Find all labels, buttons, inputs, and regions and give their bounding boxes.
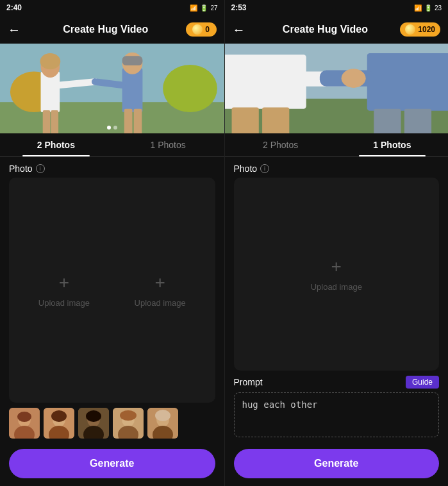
svg-point-35	[155, 410, 170, 421]
preview-scene-right	[225, 44, 449, 133]
page-title-right: Create Hug Video	[251, 24, 401, 35]
page-title-left: Create Hug Video	[26, 24, 186, 35]
status-time-right: 2:53	[231, 3, 247, 12]
face-thumb-4	[113, 408, 144, 439]
coin-icon-right	[405, 24, 415, 35]
upload-area-left: + Upload image + Upload image	[9, 178, 215, 403]
back-button-left[interactable]: ←	[8, 22, 21, 37]
face-thumb-3	[78, 408, 109, 439]
battery-icon-right: 🔋	[424, 4, 432, 12]
face-thumb-5	[147, 408, 178, 439]
upload-text-right: Upload image	[311, 282, 362, 292]
upload-slot-2[interactable]: + Upload image	[115, 190, 205, 390]
upload-plus-icon-2: +	[150, 272, 170, 293]
photo-label-right: Photo i	[225, 157, 449, 178]
face-thumb-2	[44, 408, 74, 439]
upload-text-2: Upload image	[135, 298, 186, 308]
signal-icon: 📶	[190, 4, 197, 12]
left-panel: 2:40 📶 🔋 27 ← Create Hug Video 0	[0, 0, 224, 486]
info-icon-right[interactable]: i	[260, 164, 269, 173]
signal-icon-right: 📶	[414, 4, 422, 12]
status-icons-right: 📶 🔋 23	[414, 4, 442, 12]
prompt-input[interactable]: hug each other	[234, 392, 440, 437]
svg-line-7	[60, 81, 95, 85]
svg-rect-44	[262, 108, 289, 133]
svg-line-11	[95, 81, 122, 85]
photo-label-left: Photo i	[0, 157, 224, 178]
coin-count-right: 1020	[418, 25, 435, 34]
battery-level: 27	[210, 4, 217, 12]
svg-rect-12	[124, 109, 133, 133]
svg-rect-15	[51, 110, 58, 133]
face-thumb-1	[9, 408, 40, 439]
prompt-label: Prompt	[234, 377, 263, 387]
tab-1photo-left[interactable]: 1 Photos	[112, 133, 224, 156]
dot-2	[113, 126, 117, 130]
tabs-right: 2 Photos 1 Photos	[225, 133, 449, 157]
svg-rect-46	[404, 109, 431, 133]
preview-image-left	[0, 44, 224, 133]
upload-slot-1[interactable]: + Upload image	[19, 190, 109, 390]
dots-indicator-left	[107, 126, 117, 130]
tab-2photos-left[interactable]: 2 Photos	[0, 133, 112, 156]
svg-point-31	[120, 410, 137, 421]
svg-point-42	[341, 69, 365, 88]
upload-plus-icon-right: +	[326, 256, 347, 277]
upload-plus-icon-1: +	[54, 272, 74, 293]
svg-point-27	[86, 410, 101, 422]
svg-point-6	[40, 53, 60, 69]
coin-badge-left: 0	[186, 22, 217, 37]
svg-rect-38	[225, 54, 306, 108]
header-left: ← Create Hug Video 0	[0, 15, 224, 44]
svg-point-3	[163, 65, 217, 112]
thumbnails-row-left	[0, 403, 224, 444]
svg-rect-45	[374, 109, 401, 133]
prompt-section: Prompt Guide hug each other	[225, 371, 449, 444]
thumbnail-3[interactable]	[78, 408, 109, 439]
status-time-left: 2:40	[6, 3, 22, 12]
svg-point-19	[17, 412, 31, 422]
svg-rect-10	[122, 56, 143, 65]
coin-badge-right: 1020	[400, 22, 440, 37]
coin-icon-left	[192, 24, 203, 35]
back-button-right[interactable]: ←	[233, 22, 245, 37]
dot-1	[107, 126, 111, 130]
tabs-left: 2 Photos 1 Photos	[0, 133, 224, 157]
battery-icon: 🔋	[200, 4, 208, 12]
preview-image-right	[225, 44, 449, 133]
header-right: ← Create Hug Video 1020	[225, 15, 449, 44]
preview-scene-left	[0, 44, 224, 133]
status-bar-left: 2:40 📶 🔋 27	[0, 0, 224, 15]
upload-area-right[interactable]: + Upload image	[234, 178, 440, 371]
status-icons-left: 📶 🔋 27	[190, 4, 217, 12]
svg-rect-8	[122, 68, 143, 112]
guide-button[interactable]: Guide	[406, 376, 439, 389]
right-panel: 2:53 📶 🔋 23 ← Create Hug Video 1020	[224, 0, 449, 486]
status-bar-right: 2:53 📶 🔋 23	[225, 0, 449, 15]
tab-1photo-right[interactable]: 1 Photos	[336, 133, 448, 156]
info-icon-left[interactable]: i	[36, 164, 45, 173]
tab-2photos-right[interactable]: 2 Photos	[225, 133, 336, 156]
svg-rect-13	[134, 109, 142, 133]
thumbnail-4[interactable]	[113, 408, 144, 439]
thumbnail-5[interactable]	[147, 408, 178, 439]
generate-button-left[interactable]: Generate	[9, 449, 215, 478]
thumbnail-2[interactable]	[44, 408, 74, 439]
thumbnail-1[interactable]	[9, 408, 40, 439]
prompt-header: Prompt Guide	[234, 376, 440, 389]
svg-point-23	[51, 410, 67, 422]
coin-count-left: 0	[205, 25, 210, 34]
upload-text-1: Upload image	[38, 298, 90, 308]
battery-level-right: 23	[435, 4, 442, 12]
generate-button-right[interactable]: Generate	[234, 449, 440, 478]
svg-rect-43	[231, 108, 258, 133]
svg-rect-14	[43, 110, 51, 133]
svg-rect-40	[367, 53, 448, 111]
